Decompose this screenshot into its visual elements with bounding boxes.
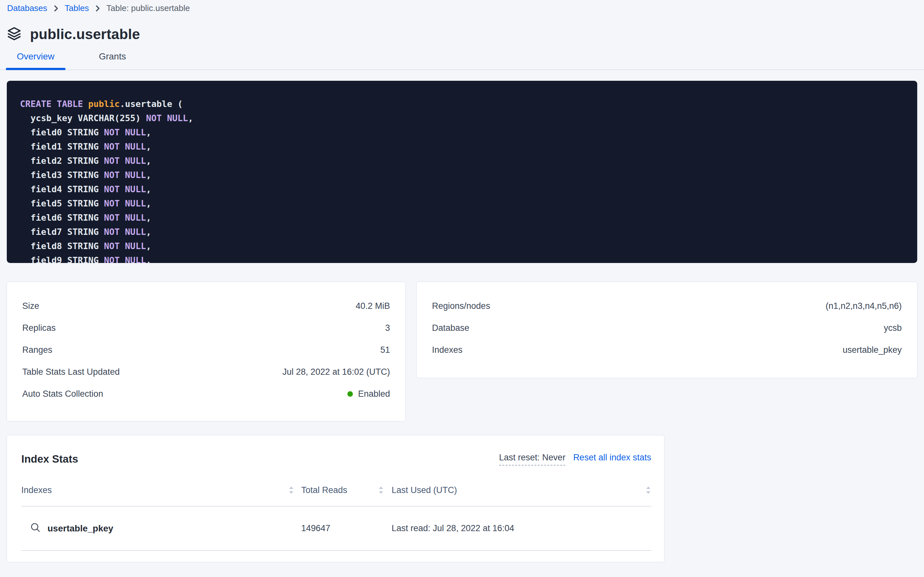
breadcrumb: Databases Tables Table: public.usertable	[0, 0, 924, 13]
sort-icon[interactable]	[288, 485, 294, 495]
stat-value: 3	[385, 323, 390, 333]
index-stats-card: Index Stats Last reset: Never Reset all …	[7, 435, 664, 562]
sort-icon[interactable]	[378, 485, 384, 495]
column-header-indexes[interactable]: Indexes	[21, 485, 294, 495]
stat-value: usertable_pkey	[843, 345, 902, 355]
tab-grants[interactable]: Grants	[88, 52, 137, 69]
reset-all-index-stats-link[interactable]: Reset all index stats	[573, 453, 651, 463]
page-title: public.usertable	[30, 26, 140, 42]
reset-area: Last reset: Never Reset all index stats	[499, 453, 651, 466]
stat-row-auto-stats: Auto Stats Collection Enabled	[7, 383, 405, 405]
stat-row-size: Size 40.2 MiB	[7, 295, 405, 317]
sql-code: CREATE TABLE public.usertable ( ycsb_key…	[20, 97, 904, 263]
stat-label: Table Stats Last Updated	[22, 367, 120, 377]
index-table-row: usertable_pkey 149647 Last read: Jul 28,…	[21, 506, 651, 551]
stat-label: Replicas	[22, 323, 56, 333]
create-table-statement-box: CREATE TABLE public.usertable ( ycsb_key…	[7, 81, 917, 263]
chevron-right-icon	[52, 5, 59, 12]
column-header-total-reads[interactable]: Total Reads	[294, 485, 384, 495]
breadcrumb-current: Table: public.usertable	[106, 3, 190, 13]
stat-row-indexes: Indexes usertable_pkey	[417, 339, 917, 361]
status-text: Enabled	[358, 389, 390, 399]
index-table-header: Indexes Total Reads Last Used (UTC)	[21, 474, 651, 506]
tab-bar: Overview Grants	[0, 52, 924, 70]
table-stack-icon	[7, 26, 22, 42]
index-stats-title: Index Stats	[21, 453, 78, 465]
column-header-last-used[interactable]: Last Used (UTC)	[384, 485, 651, 495]
stat-label: Indexes	[432, 345, 463, 355]
last-used-cell: Last read: Jul 28, 2022 at 16:04	[384, 523, 651, 533]
stat-row-regions: Regions/nodes (n1,n2,n3,n4,n5,n6)	[417, 295, 917, 317]
stat-label: Ranges	[22, 345, 52, 355]
stat-value: (n1,n2,n3,n4,n5,n6)	[826, 301, 902, 311]
enabled-status-dot	[347, 391, 353, 397]
stat-row-replicas: Replicas 3	[7, 317, 405, 339]
overview-details: Size 40.2 MiB Replicas 3 Ranges 51 Table…	[7, 282, 917, 421]
breadcrumb-link-databases[interactable]: Databases	[7, 3, 47, 13]
stat-value: Jul 28, 2022 at 16:02 (UTC)	[283, 367, 390, 377]
index-name[interactable]: usertable_pkey	[47, 523, 113, 534]
stat-label: Auto Stats Collection	[22, 389, 103, 399]
chevron-right-icon	[94, 5, 101, 12]
sql-keyword: CREATE TABLE	[20, 99, 88, 109]
stat-label: Regions/nodes	[432, 301, 490, 311]
stat-label: Database	[432, 323, 469, 333]
tab-overview[interactable]: Overview	[6, 52, 66, 69]
last-reset-label[interactable]: Last reset: Never	[499, 453, 566, 466]
table-location-card: Regions/nodes (n1,n2,n3,n4,n5,n6) Databa…	[416, 282, 917, 378]
stat-value: 51	[380, 345, 390, 355]
total-reads-cell: 149647	[294, 523, 384, 533]
stat-row-database: Database ycsb	[417, 317, 917, 339]
breadcrumb-link-tables[interactable]: Tables	[64, 3, 89, 13]
stat-value: Enabled	[347, 389, 390, 399]
stat-row-ranges: Ranges 51	[7, 339, 405, 361]
magnifier-icon	[31, 522, 40, 535]
table-details-card: Size 40.2 MiB Replicas 3 Ranges 51 Table…	[7, 282, 405, 421]
index-name-cell[interactable]: usertable_pkey	[21, 522, 294, 535]
stat-row-stats-updated: Table Stats Last Updated Jul 28, 2022 at…	[7, 361, 405, 383]
page-header: public.usertable	[7, 26, 924, 42]
stat-value: 40.2 MiB	[355, 301, 390, 311]
index-stats-header: Index Stats Last reset: Never Reset all …	[21, 435, 651, 474]
stat-label: Size	[22, 301, 39, 311]
table-details-page: Databases Tables Table: public.usertable…	[0, 0, 924, 562]
sort-icon[interactable]	[645, 485, 651, 495]
stat-value: ycsb	[884, 323, 902, 333]
sql-schema-name: public	[88, 99, 120, 109]
